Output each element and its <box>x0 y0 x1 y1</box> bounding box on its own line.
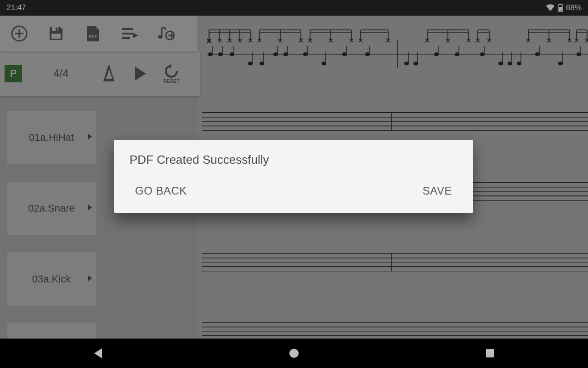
pattern-badge[interactable]: P <box>5 65 22 82</box>
queue-play-button[interactable] <box>120 24 139 43</box>
dialog-title: PDF Created Successfully <box>130 153 458 167</box>
floppy-icon <box>48 26 64 41</box>
svg-rect-7 <box>56 28 57 31</box>
track-label: 02a.Snare <box>28 202 75 214</box>
status-right: 68% <box>546 3 582 12</box>
add-button[interactable] <box>10 24 28 43</box>
track-item-snare[interactable]: 02a.Snare <box>6 181 96 236</box>
svg-text:PDF: PDF <box>89 34 97 39</box>
svg-point-99 <box>559 62 563 65</box>
reset-button[interactable]: RESET <box>162 62 181 85</box>
track-item-hihat[interactable]: 01a.HiHat <box>6 110 96 165</box>
track-list: 01a.HiHat 02a.Snare 03a.Kick <box>6 110 96 340</box>
go-back-button[interactable]: GO BACK <box>132 181 190 201</box>
dialog-actions: GO BACK SAVE <box>130 181 458 204</box>
svg-point-70 <box>284 53 288 56</box>
plus-circle-icon <box>11 25 28 42</box>
back-triangle-icon <box>93 347 103 359</box>
save-button[interactable] <box>47 24 65 43</box>
main-toolbar: PDF <box>0 16 198 52</box>
svg-point-95 <box>517 62 521 65</box>
svg-point-78 <box>366 53 370 56</box>
nav-back-button[interactable] <box>84 344 112 362</box>
svg-point-72 <box>304 53 308 56</box>
save-button-dialog[interactable]: SAVE <box>420 181 455 201</box>
nav-home-button[interactable] <box>280 344 308 362</box>
staff-row <box>202 253 588 271</box>
pdf-created-dialog: PDF Created Successfully GO BACK SAVE <box>114 140 473 213</box>
note-swap-icon <box>158 25 175 42</box>
metronome-icon <box>102 65 116 82</box>
track-item-peek[interactable] <box>6 323 96 340</box>
play-button[interactable] <box>131 62 149 85</box>
svg-point-101 <box>577 53 581 56</box>
recent-square-icon <box>485 348 495 358</box>
time-signature[interactable]: 4/4 <box>53 67 68 80</box>
svg-point-81 <box>405 62 409 65</box>
svg-rect-2 <box>559 7 562 11</box>
reset-label: RESET <box>163 79 180 84</box>
battery-percent: 68% <box>566 3 582 12</box>
track-item-kick[interactable]: 03a.Kick <box>6 252 96 306</box>
svg-point-58 <box>209 53 213 56</box>
svg-point-60 <box>219 53 223 56</box>
svg-point-89 <box>481 53 485 56</box>
list-play-icon <box>121 27 138 40</box>
track-label: 01a.HiHat <box>29 132 74 144</box>
chevron-right-icon <box>88 133 92 142</box>
svg-point-68 <box>274 53 278 56</box>
svg-point-87 <box>455 53 459 56</box>
metronome-button[interactable] <box>100 62 118 85</box>
svg-point-97 <box>536 53 540 56</box>
svg-point-93 <box>508 62 512 65</box>
staff-row <box>202 112 588 131</box>
home-circle-icon <box>288 348 300 359</box>
svg-point-83 <box>414 62 418 65</box>
svg-point-64 <box>249 62 253 65</box>
svg-point-62 <box>230 53 234 56</box>
svg-point-85 <box>435 53 439 56</box>
svg-rect-16 <box>104 79 114 81</box>
android-navbar <box>0 339 588 368</box>
status-time: 21:47 <box>6 3 26 12</box>
battery-icon <box>558 4 563 12</box>
nav-recent-button[interactable] <box>476 344 504 362</box>
wifi-icon <box>546 4 555 12</box>
pdf-file-icon: PDF <box>85 25 100 42</box>
svg-point-13 <box>158 35 163 39</box>
pdf-button[interactable]: PDF <box>84 24 102 43</box>
status-bar: 21:47 68% <box>0 0 588 16</box>
transport-toolbar: P 4/4 RESET <box>0 52 200 96</box>
reset-icon <box>163 64 180 79</box>
svg-rect-8 <box>51 34 61 39</box>
svg-point-76 <box>343 53 347 56</box>
svg-point-74 <box>322 62 326 65</box>
svg-rect-104 <box>486 349 494 357</box>
drum-notation <box>207 23 588 83</box>
chevron-right-icon <box>88 204 92 213</box>
svg-point-103 <box>289 349 299 358</box>
chevron-right-icon <box>88 275 92 283</box>
track-label: 03a.Kick <box>32 273 71 285</box>
svg-point-91 <box>499 62 503 65</box>
play-icon <box>133 66 147 81</box>
staff-row <box>202 322 588 340</box>
note-swap-button[interactable] <box>157 24 175 43</box>
svg-point-66 <box>260 62 264 65</box>
